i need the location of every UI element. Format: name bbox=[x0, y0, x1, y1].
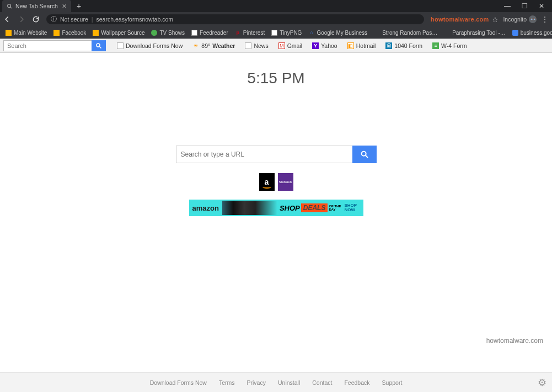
yellow-icon bbox=[6, 30, 12, 36]
bookmark-label: TinyPNG bbox=[280, 30, 302, 36]
clock: 5:15 PM bbox=[247, 69, 304, 87]
bookmark-label: Main Website bbox=[14, 30, 47, 36]
svg-point-0 bbox=[8, 4, 11, 8]
toolbar-link-label: Gmail bbox=[287, 42, 302, 49]
window-close-button[interactable]: ✕ bbox=[539, 2, 544, 10]
toolbar-link[interactable]: MGmail bbox=[278, 42, 302, 49]
ad-cta: SHOPNOW bbox=[344, 203, 357, 212]
toolbar-link[interactable]: YYahoo bbox=[312, 42, 337, 49]
toolbar-link[interactable]: 🏛1040 Form bbox=[385, 42, 422, 49]
page-main: 5:15 PM a StubHub amazon SHOP DEALS OF T… bbox=[0, 53, 552, 372]
footer-link[interactable]: Download Forms Now bbox=[150, 379, 207, 386]
pin-icon: p bbox=[235, 30, 241, 36]
bookmark-item[interactable]: Strong Random Pas… bbox=[372, 30, 440, 36]
tab-close-icon[interactable]: ✕ bbox=[62, 3, 67, 10]
key-icon bbox=[374, 30, 380, 36]
bookmark-item[interactable]: Paraphrasing Tool -… bbox=[442, 30, 508, 36]
window-maximize-button[interactable]: ❐ bbox=[522, 2, 528, 10]
security-status: Not secure bbox=[60, 16, 88, 23]
footer-link[interactable]: Terms bbox=[219, 379, 235, 386]
footer-link[interactable]: Privacy bbox=[247, 379, 266, 386]
tab-favicon bbox=[7, 3, 12, 9]
toolbar-search bbox=[3, 40, 106, 51]
bookmark-item[interactable]: Wallpaper Source bbox=[90, 30, 147, 36]
toolbar-search-button[interactable] bbox=[92, 40, 106, 51]
ad-text-ofday: OF THEDAY bbox=[329, 205, 341, 211]
tab-title: New Tab Search bbox=[15, 3, 58, 9]
svg-point-2 bbox=[97, 44, 100, 47]
w4-icon: ≡ bbox=[432, 42, 439, 49]
bookmark-label: TV Shows bbox=[159, 30, 185, 36]
site-info-icon[interactable]: ⓘ bbox=[51, 15, 57, 23]
google-icon bbox=[512, 30, 518, 36]
bookmark-item[interactable]: Feedreader bbox=[189, 30, 231, 36]
quick-tiles: a StubHub bbox=[259, 173, 293, 191]
bookmark-item[interactable]: Main Website bbox=[3, 30, 49, 36]
toolbar-link[interactable]: ☀89° Weather bbox=[192, 42, 235, 49]
ptool-icon bbox=[444, 30, 450, 36]
nav-forward-button[interactable] bbox=[18, 15, 25, 23]
incognito-icon: 👓 bbox=[529, 15, 537, 23]
bookmark-label: Wallpaper Source bbox=[101, 30, 144, 36]
bookmark-item[interactable]: Facebook bbox=[51, 30, 88, 36]
form-icon: 🏛 bbox=[385, 42, 392, 49]
toolbar-link[interactable]: ≡W-4 Form bbox=[432, 42, 467, 49]
footer-link[interactable]: Contact bbox=[312, 379, 332, 386]
browser-tab[interactable]: New Tab Search ✕ bbox=[2, 0, 71, 12]
bookmark-label: Strong Random Pas… bbox=[382, 30, 437, 36]
toolbar-link-label: Hotmail bbox=[356, 42, 376, 49]
ad-text-deals: DEALS bbox=[301, 203, 328, 212]
page-toolbar: Download Forms Now☀89° WeatherNewsMGmail… bbox=[0, 39, 552, 53]
amazon-ad-banner[interactable]: amazon SHOP DEALS OF THEDAY SHOPNOW bbox=[189, 200, 363, 216]
window-minimize-button[interactable]: — bbox=[504, 2, 511, 10]
toolbar-search-input[interactable] bbox=[3, 40, 92, 51]
footer-link[interactable]: Feedback bbox=[344, 379, 369, 386]
nav-reload-button[interactable] bbox=[32, 15, 40, 23]
main-search-input[interactable] bbox=[176, 146, 352, 163]
bookmark-star-icon[interactable]: ☆ bbox=[492, 15, 499, 24]
bookmarks-bar: Main WebsiteFacebookWallpaper SourceTV S… bbox=[0, 26, 552, 39]
toolbar-link-prefix: 89° bbox=[201, 42, 210, 49]
green-icon bbox=[151, 30, 157, 36]
browser-menu-button[interactable]: ⋮ bbox=[541, 15, 549, 24]
yellow-icon bbox=[53, 30, 60, 36]
nav-back-button[interactable] bbox=[3, 15, 11, 23]
svg-line-3 bbox=[100, 46, 101, 48]
paper-icon bbox=[191, 30, 197, 36]
toolbar-link[interactable]: News bbox=[245, 42, 268, 49]
bookmark-label: business.google.com bbox=[521, 30, 552, 36]
url-field[interactable]: ⓘ Not secure | search.easyformsnowtab.co… bbox=[46, 14, 424, 24]
toolbar-link-label: Download Forms Now bbox=[126, 42, 183, 49]
bookmark-label: Facebook bbox=[62, 30, 86, 36]
bookmark-label: Pinterest bbox=[243, 30, 265, 36]
watermark-overlay: howtomalware.com bbox=[431, 16, 489, 23]
toolbar-link-label: W-4 Form bbox=[441, 42, 467, 49]
new-tab-button[interactable]: + bbox=[71, 2, 87, 10]
main-search bbox=[176, 146, 377, 163]
main-search-button[interactable] bbox=[352, 146, 377, 163]
url-text: search.easyformsnowtab.com bbox=[97, 16, 173, 23]
toolbar-link-label: 1040 Form bbox=[394, 42, 422, 49]
paper-icon bbox=[271, 30, 277, 36]
footer: Download Forms NowTermsPrivacyUninstallC… bbox=[0, 372, 552, 392]
paper-icon bbox=[117, 42, 124, 49]
tile-amazon[interactable]: a bbox=[259, 173, 275, 191]
bookmark-item[interactable]: business.google.com bbox=[510, 30, 552, 36]
toolbar-link-label: News bbox=[254, 42, 268, 49]
address-bar: ⓘ Not secure | search.easyformsnowtab.co… bbox=[0, 12, 552, 26]
bookmark-item[interactable]: ⌂Google My Business bbox=[306, 30, 369, 36]
gmb-icon: ⌂ bbox=[308, 30, 314, 36]
toolbar-link[interactable]: Download Forms Now bbox=[117, 42, 183, 49]
bookmark-label: Paraphrasing Tool -… bbox=[452, 30, 506, 36]
footer-link[interactable]: Support bbox=[382, 379, 403, 386]
svg-point-4 bbox=[361, 152, 366, 156]
bookmark-item[interactable]: pPinterest bbox=[233, 30, 267, 36]
ad-text-shop: SHOP bbox=[280, 204, 300, 212]
settings-gear-icon[interactable]: ⚙ bbox=[538, 377, 546, 389]
toolbar-link[interactable]: ◧Hotmail bbox=[347, 42, 376, 49]
bookmark-item[interactable]: TV Shows bbox=[149, 30, 187, 36]
bookmark-item[interactable]: TinyPNG bbox=[269, 30, 304, 36]
footer-link[interactable]: Uninstall bbox=[278, 379, 300, 386]
tile-stubhub[interactable]: StubHub bbox=[278, 173, 293, 191]
ad-devices-image bbox=[222, 201, 277, 215]
